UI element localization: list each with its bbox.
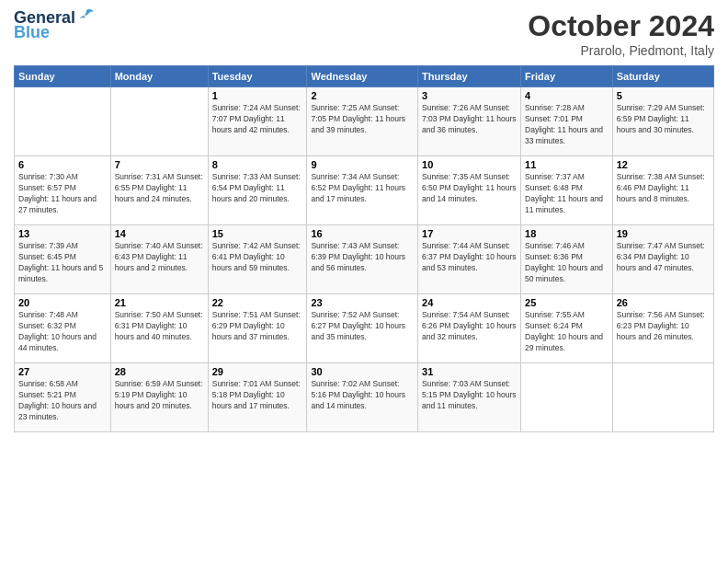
day-info: Sunrise: 7:52 AM Sunset: 6:27 PM Dayligh… — [311, 310, 414, 343]
day-number: 18 — [525, 228, 609, 239]
day-info: Sunrise: 7:51 AM Sunset: 6:29 PM Dayligh… — [212, 310, 303, 343]
cell-week2-day3: 9Sunrise: 7:34 AM Sunset: 6:52 PM Daylig… — [307, 156, 418, 225]
cell-week3-day6: 19Sunrise: 7:47 AM Sunset: 6:34 PM Dayli… — [612, 225, 713, 294]
day-number: 15 — [212, 228, 303, 239]
day-number: 22 — [212, 297, 303, 308]
day-info: Sunrise: 7:01 AM Sunset: 5:18 PM Dayligh… — [212, 379, 303, 412]
col-saturday: Saturday — [612, 66, 713, 87]
cell-week5-day2: 29Sunrise: 7:01 AM Sunset: 5:18 PM Dayli… — [208, 363, 307, 432]
page-container: General Blue October 2024 Prarolo, Piedm… — [0, 0, 728, 437]
day-info: Sunrise: 7:34 AM Sunset: 6:52 PM Dayligh… — [311, 172, 414, 205]
day-info: Sunrise: 7:02 AM Sunset: 5:16 PM Dayligh… — [311, 379, 414, 412]
header-row: Sunday Monday Tuesday Wednesday Thursday… — [15, 66, 714, 87]
day-number: 30 — [311, 366, 414, 377]
day-info: Sunrise: 7:50 AM Sunset: 6:31 PM Dayligh… — [115, 310, 204, 343]
day-number: 3 — [422, 90, 517, 101]
day-info: Sunrise: 7:29 AM Sunset: 6:59 PM Dayligh… — [617, 103, 710, 136]
day-info: Sunrise: 7:43 AM Sunset: 6:39 PM Dayligh… — [311, 241, 414, 274]
day-info: Sunrise: 7:26 AM Sunset: 7:03 PM Dayligh… — [422, 103, 517, 136]
title-block: October 2024 Prarolo, Piedmont, Italy — [528, 9, 714, 58]
day-number: 13 — [18, 228, 107, 239]
day-info: Sunrise: 7:33 AM Sunset: 6:54 PM Dayligh… — [212, 172, 303, 205]
cell-week2-day2: 8Sunrise: 7:33 AM Sunset: 6:54 PM Daylig… — [208, 156, 307, 225]
col-thursday: Thursday — [418, 66, 521, 87]
cell-week1-day0 — [15, 87, 111, 156]
cell-week1-day4: 3Sunrise: 7:26 AM Sunset: 7:03 PM Daylig… — [418, 87, 521, 156]
day-info: Sunrise: 7:42 AM Sunset: 6:41 PM Dayligh… — [212, 241, 303, 274]
cell-week1-day5: 4Sunrise: 7:28 AM Sunset: 7:01 PM Daylig… — [521, 87, 613, 156]
week-row-5: 27Sunrise: 6:58 AM Sunset: 5:21 PM Dayli… — [15, 363, 714, 432]
day-info: Sunrise: 7:56 AM Sunset: 6:23 PM Dayligh… — [617, 310, 710, 343]
cell-week5-day0: 27Sunrise: 6:58 AM Sunset: 5:21 PM Dayli… — [15, 363, 111, 432]
day-info: Sunrise: 7:35 AM Sunset: 6:50 PM Dayligh… — [422, 172, 517, 205]
cell-week3-day2: 15Sunrise: 7:42 AM Sunset: 6:41 PM Dayli… — [208, 225, 307, 294]
cell-week2-day6: 12Sunrise: 7:38 AM Sunset: 6:46 PM Dayli… — [612, 156, 713, 225]
cell-week4-day0: 20Sunrise: 7:48 AM Sunset: 6:32 PM Dayli… — [15, 294, 111, 363]
cell-week1-day2: 1Sunrise: 7:24 AM Sunset: 7:07 PM Daylig… — [208, 87, 307, 156]
cell-week4-day5: 25Sunrise: 7:55 AM Sunset: 6:24 PM Dayli… — [521, 294, 613, 363]
cell-week2-day4: 10Sunrise: 7:35 AM Sunset: 6:50 PM Dayli… — [418, 156, 521, 225]
day-number: 4 — [525, 90, 609, 101]
day-number: 12 — [617, 159, 710, 170]
day-number: 27 — [18, 366, 107, 377]
day-info: Sunrise: 7:03 AM Sunset: 5:15 PM Dayligh… — [422, 379, 517, 412]
week-row-3: 13Sunrise: 7:39 AM Sunset: 6:45 PM Dayli… — [15, 225, 714, 294]
cell-week4-day3: 23Sunrise: 7:52 AM Sunset: 6:27 PM Dayli… — [307, 294, 418, 363]
day-info: Sunrise: 7:25 AM Sunset: 7:05 PM Dayligh… — [311, 103, 414, 136]
day-number: 25 — [525, 297, 609, 308]
logo: General Blue — [14, 9, 96, 42]
day-info: Sunrise: 7:31 AM Sunset: 6:55 PM Dayligh… — [115, 172, 204, 205]
day-number: 11 — [525, 159, 609, 170]
day-number: 7 — [115, 159, 204, 170]
day-number: 10 — [422, 159, 517, 170]
cell-week4-day6: 26Sunrise: 7:56 AM Sunset: 6:23 PM Dayli… — [612, 294, 713, 363]
week-row-4: 20Sunrise: 7:48 AM Sunset: 6:32 PM Dayli… — [15, 294, 714, 363]
cell-week1-day6: 5Sunrise: 7:29 AM Sunset: 6:59 PM Daylig… — [612, 87, 713, 156]
day-number: 24 — [422, 297, 517, 308]
location-subtitle: Prarolo, Piedmont, Italy — [528, 43, 714, 58]
col-sunday: Sunday — [15, 66, 111, 87]
day-number: 2 — [311, 90, 414, 101]
day-info: Sunrise: 7:47 AM Sunset: 6:34 PM Dayligh… — [617, 241, 710, 274]
cell-week5-day5 — [521, 363, 613, 432]
day-number: 17 — [422, 228, 517, 239]
day-info: Sunrise: 7:55 AM Sunset: 6:24 PM Dayligh… — [525, 310, 609, 354]
header: General Blue October 2024 Prarolo, Piedm… — [14, 9, 714, 58]
day-number: 6 — [18, 159, 107, 170]
day-info: Sunrise: 7:24 AM Sunset: 7:07 PM Dayligh… — [212, 103, 303, 136]
day-number: 8 — [212, 159, 303, 170]
col-monday: Monday — [110, 66, 208, 87]
day-info: Sunrise: 7:40 AM Sunset: 6:43 PM Dayligh… — [115, 241, 204, 274]
cell-week4-day1: 21Sunrise: 7:50 AM Sunset: 6:31 PM Dayli… — [110, 294, 208, 363]
day-number: 29 — [212, 366, 303, 377]
day-number: 21 — [115, 297, 204, 308]
cell-week5-day4: 31Sunrise: 7:03 AM Sunset: 5:15 PM Dayli… — [418, 363, 521, 432]
calendar-table: Sunday Monday Tuesday Wednesday Thursday… — [14, 65, 714, 432]
day-info: Sunrise: 7:37 AM Sunset: 6:48 PM Dayligh… — [525, 172, 609, 216]
day-number: 20 — [18, 297, 107, 308]
day-number: 1 — [212, 90, 303, 101]
cell-week1-day1 — [110, 87, 208, 156]
cell-week2-day5: 11Sunrise: 7:37 AM Sunset: 6:48 PM Dayli… — [521, 156, 613, 225]
day-info: Sunrise: 6:59 AM Sunset: 5:19 PM Dayligh… — [115, 379, 204, 412]
logo-bird-icon — [77, 7, 96, 26]
day-info: Sunrise: 7:30 AM Sunset: 6:57 PM Dayligh… — [18, 172, 107, 216]
cell-week2-day1: 7Sunrise: 7:31 AM Sunset: 6:55 PM Daylig… — [110, 156, 208, 225]
day-number: 23 — [311, 297, 414, 308]
day-number: 26 — [617, 297, 710, 308]
day-info: Sunrise: 7:28 AM Sunset: 7:01 PM Dayligh… — [525, 103, 609, 147]
day-info: Sunrise: 7:39 AM Sunset: 6:45 PM Dayligh… — [18, 241, 107, 285]
day-number: 31 — [422, 366, 517, 377]
day-number: 16 — [311, 228, 414, 239]
cell-week3-day0: 13Sunrise: 7:39 AM Sunset: 6:45 PM Dayli… — [15, 225, 111, 294]
month-title: October 2024 — [528, 9, 714, 43]
week-row-2: 6Sunrise: 7:30 AM Sunset: 6:57 PM Daylig… — [15, 156, 714, 225]
col-wednesday: Wednesday — [307, 66, 418, 87]
day-number: 28 — [115, 366, 204, 377]
day-number: 19 — [617, 228, 710, 239]
logo-text-line2: Blue — [14, 24, 50, 42]
cell-week4-day2: 22Sunrise: 7:51 AM Sunset: 6:29 PM Dayli… — [208, 294, 307, 363]
cell-week3-day5: 18Sunrise: 7:46 AM Sunset: 6:36 PM Dayli… — [521, 225, 613, 294]
day-info: Sunrise: 7:38 AM Sunset: 6:46 PM Dayligh… — [617, 172, 710, 205]
cell-week5-day1: 28Sunrise: 6:59 AM Sunset: 5:19 PM Dayli… — [110, 363, 208, 432]
